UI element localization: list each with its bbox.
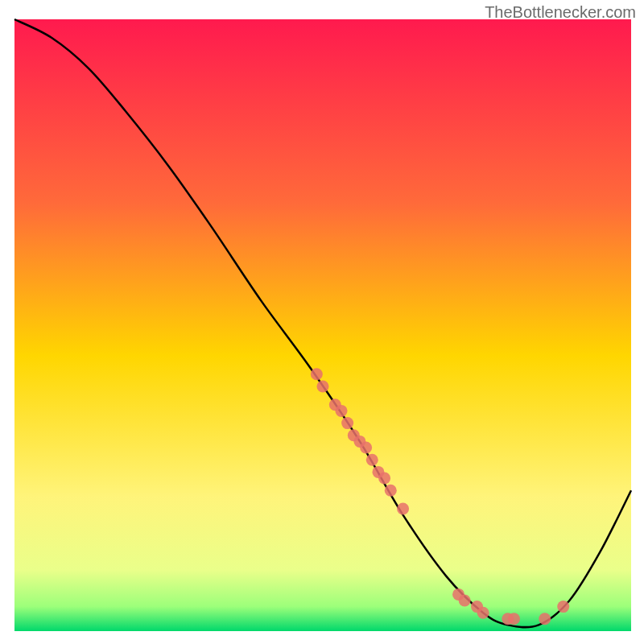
data-point [397,503,409,515]
data-point [508,613,520,625]
data-point [539,613,551,625]
data-point [366,454,378,466]
data-point [459,595,471,607]
data-point [360,442,372,454]
data-point [335,405,347,417]
data-point [317,381,329,393]
plot-background [14,19,631,631]
data-point [378,473,390,485]
chart-container: TheBottlenecker.com [0,0,644,644]
data-point [477,607,489,619]
bottleneck-chart [0,0,644,644]
data-point [557,601,569,613]
data-point [385,485,397,497]
data-point [341,417,353,429]
data-point [311,368,323,380]
watermark-text: TheBottlenecker.com [485,3,636,22]
